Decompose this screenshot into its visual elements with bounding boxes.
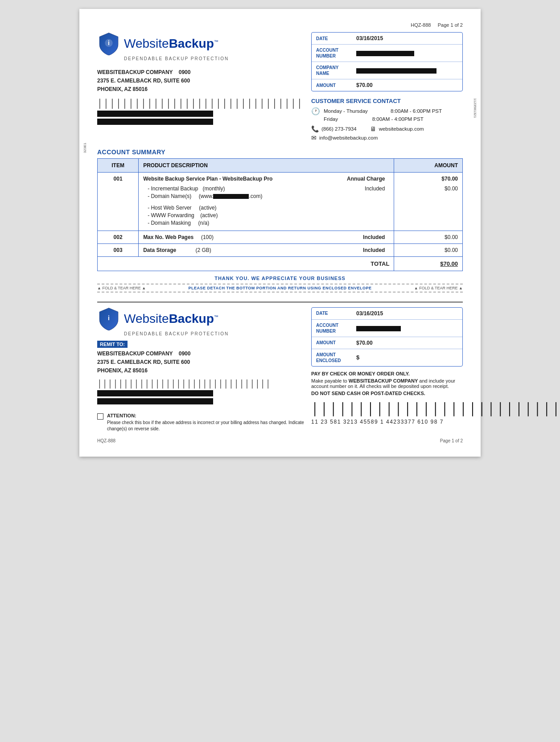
item-sub-amount-001: $0.00 bbox=[399, 186, 458, 192]
logo: i WebsiteBackup™ bbox=[97, 32, 218, 55]
cs-hours: 🕐 Monday - Thursday 8:00AM - 6:00PM PST … bbox=[311, 107, 463, 124]
total-amount: $70.00 bbox=[394, 256, 463, 271]
item-desc-001: Website Backup Service Plan - WebsiteBac… bbox=[143, 176, 389, 182]
item-desc-002: Max No. Web Pages bbox=[143, 234, 194, 240]
page-number: Page 1 of 2 bbox=[438, 22, 463, 28]
page-footer: HQZ-888 Page 1 of 2 bbox=[97, 438, 463, 443]
item-amount-001: $70.00 bbox=[399, 176, 458, 182]
bottom-barcode: ││││││││││││││││││││││││││││││││││││││││… bbox=[311, 402, 463, 416]
bottom-logo: i WebsiteBackup™ bbox=[97, 307, 218, 330]
cs-email-row: ✉ info@websitebackup.com bbox=[311, 134, 463, 141]
sidebar-right: 1123581321 bbox=[473, 98, 477, 118]
svg-text:i: i bbox=[108, 314, 110, 321]
remit-label: REMIT TO: bbox=[97, 341, 128, 348]
col-description: PRODUCT DESCRIPTION bbox=[139, 158, 394, 172]
thank-you-banner: THANK YOU. WE APPRECIATE YOUR BUSINESS bbox=[97, 276, 463, 281]
item-num-001: 001 bbox=[98, 172, 139, 231]
redacted-name-2 bbox=[97, 119, 213, 125]
attention-box: ATTENTION: Please check this box if the … bbox=[97, 412, 311, 432]
redacted-name-1 bbox=[97, 111, 213, 117]
col-amount: AMOUNT bbox=[394, 158, 463, 172]
info-table: DATE 03/16/2015 ACCOUNTNUMBER COMPANYNAM… bbox=[311, 32, 463, 91]
item-amount-003: $0.00 bbox=[394, 243, 463, 256]
item-num-002: 002 bbox=[98, 231, 139, 243]
cs-contact-row: 📞 (866) 273-7934 🖥 websitebackup.com bbox=[311, 125, 463, 132]
cs-title: CUSTOMER SERVICE CONTACT bbox=[311, 98, 463, 104]
doc-id: HQZ-888 bbox=[411, 22, 431, 28]
table-row: 003 Data Storage (2 GB) Included $0.00 bbox=[98, 243, 463, 256]
customer-service-section: CUSTOMER SERVICE CONTACT 🕐 Monday - Thur… bbox=[311, 98, 463, 141]
tear-instructions: PLEASE DETACH THE BOTTOM PORTION AND RET… bbox=[146, 286, 414, 290]
table-row: 002 Max No. Web Pages (100) Included $0.… bbox=[98, 231, 463, 243]
sidebar-left: 323E1 bbox=[83, 143, 87, 153]
account-summary-title: ACCOUNT SUMMARY bbox=[97, 148, 463, 156]
col-item: ITEM bbox=[98, 158, 139, 172]
tear-section: ▲ FOLD & TEAR HERE ▲ PLEASE DETACH THE B… bbox=[97, 284, 463, 293]
company-info: WEBSITEBACKUP COMPANY 0900 2375 E. CAMEL… bbox=[97, 68, 190, 94]
account-table: ITEM PRODUCT DESCRIPTION AMOUNT 001 Webs… bbox=[97, 158, 463, 271]
bottom-shield-icon: i bbox=[97, 307, 120, 330]
barcode-area: │││││││││││││││││││││││││││││││││ bbox=[97, 99, 303, 127]
bottom-section: i WebsiteBackup™ DEPENDABLE BACKUP PROTE… bbox=[97, 301, 463, 432]
total-row: TOTAL $70.00 bbox=[98, 256, 463, 271]
item-desc-003: Data Storage bbox=[143, 247, 176, 253]
account-number-row: 11 23 581 3213 45589 1 44233377 610 98 7 bbox=[311, 419, 463, 425]
svg-text:i: i bbox=[108, 39, 110, 46]
item-num-003: 003 bbox=[98, 243, 139, 256]
attention-checkbox[interactable] bbox=[97, 413, 103, 420]
bottom-barcode-area: │││││││││││││││││││││││││││││││││ bbox=[97, 379, 271, 406]
table-row: 001 Website Backup Service Plan - Websit… bbox=[98, 172, 463, 231]
bottom-redacted-1 bbox=[97, 390, 213, 396]
tagline: DEPENDABLE BACKUP PROTECTION bbox=[124, 56, 229, 61]
item-amount-002: $0.00 bbox=[394, 231, 463, 243]
bottom-info-table: DATE 03/16/2015 ACCOUNTNUMBER AMOUNT $70… bbox=[311, 307, 463, 367]
bottom-redacted-2 bbox=[97, 398, 213, 404]
shield-icon: i bbox=[97, 32, 120, 55]
pay-instructions: PAY BY CHECK OR MONEY ORDER ONLY. Make p… bbox=[311, 371, 463, 396]
logo-text: WebsiteBackup™ bbox=[124, 37, 218, 50]
